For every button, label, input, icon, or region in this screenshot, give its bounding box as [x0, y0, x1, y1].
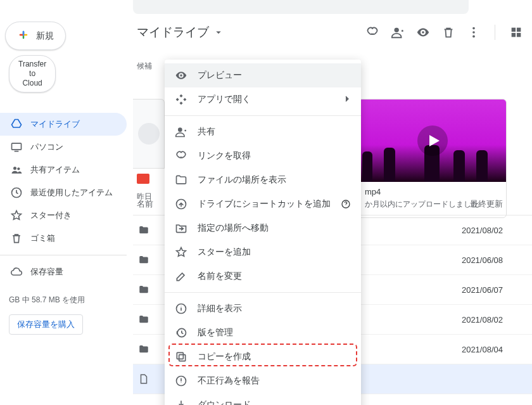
context-menu: プレビュー アプリで開く 共有 リンクを取得 ファイルの場所を表示 ドライブにシ… — [165, 60, 361, 405]
file-icon — [137, 373, 151, 385]
buy-storage-button[interactable]: 保存容量を購入 — [9, 314, 83, 335]
move-icon — [175, 222, 187, 235]
sidebar-item-storage[interactable]: 保存容量 — [0, 260, 127, 283]
preview-icon[interactable] — [416, 25, 430, 39]
shortcut-icon — [175, 198, 187, 210]
trash-icon — [10, 232, 23, 245]
plus-icon — [17, 29, 30, 43]
sidebar-item-my-drive[interactable]: マイドライブ — [0, 113, 127, 136]
grid-view-icon[interactable] — [509, 25, 523, 39]
menu-get-link[interactable]: リンクを取得 — [165, 144, 361, 168]
play-icon[interactable] — [417, 125, 448, 157]
chevron-right-icon — [342, 94, 352, 106]
transfer-to-cloud-button[interactable]: Transfer to Cloud — [9, 55, 56, 93]
folder-icon — [137, 314, 151, 325]
new-button[interactable]: 新規 — [5, 22, 66, 50]
menu-preview[interactable]: プレビュー — [165, 63, 361, 87]
rename-icon — [175, 270, 187, 283]
sidebar-item-trash[interactable]: ゴミ箱 — [0, 227, 127, 250]
menu-open-with[interactable]: アプリで開く — [165, 87, 361, 112]
folder-icon — [137, 254, 151, 266]
menu-add-star[interactable]: スターを追加 — [165, 240, 361, 264]
person-add-icon — [175, 125, 187, 138]
star-outline-icon — [175, 246, 187, 259]
folder-icon — [137, 224, 151, 236]
history-icon — [175, 326, 187, 339]
separator — [495, 25, 495, 40]
star-icon — [10, 209, 23, 222]
video-file-name: mp4 — [365, 187, 500, 196]
sidebar-item-recent[interactable]: 最近使用したアイテム — [0, 181, 127, 204]
suggestion-card-video[interactable]: mp4 か月以内にアップロードしました — [358, 99, 507, 218]
card-date: 昨日 — [137, 191, 161, 202]
new-button-label: 新規 — [36, 30, 54, 42]
folder-icon — [137, 344, 151, 355]
suggestion-card-left[interactable]: 昨日 — [133, 99, 165, 207]
video-upload-info: か月以内にアップロードしました — [365, 199, 500, 210]
search-bar[interactable] — [133, 0, 469, 14]
menu-view-details[interactable]: 詳細を表示 — [165, 297, 361, 321]
menu-add-shortcut[interactable]: ドライブにショートカットを追加 — [165, 192, 361, 216]
sidebar-item-shared[interactable]: 共有アイテム — [0, 158, 127, 181]
copy-icon — [175, 350, 187, 363]
download-icon — [175, 399, 187, 405]
link-icon — [175, 150, 187, 162]
storage-usage: GB 中 58.7 MB を使用 — [0, 295, 127, 305]
warning-icon — [175, 375, 187, 387]
sidebar-item-starred[interactable]: スター付き — [0, 204, 127, 227]
share-icon[interactable] — [391, 25, 405, 39]
cloud-icon — [10, 266, 23, 278]
get-link-icon[interactable] — [365, 25, 379, 39]
dropdown-icon — [213, 27, 224, 38]
menu-download[interactable]: ダウンロード — [165, 393, 361, 405]
people-icon — [10, 164, 23, 176]
menu-share[interactable]: 共有 — [165, 120, 361, 144]
folder-icon — [137, 284, 151, 295]
help-icon[interactable] — [341, 199, 351, 209]
folder-outline-icon — [175, 174, 187, 186]
more-icon[interactable] — [467, 25, 481, 39]
open-with-icon — [175, 93, 187, 106]
menu-rename[interactable]: 名前を変更 — [165, 264, 361, 288]
clock-icon — [10, 186, 23, 199]
page-title[interactable]: マイドライブ — [137, 24, 224, 41]
eye-icon — [175, 69, 187, 82]
avatar-placeholder — [138, 123, 160, 145]
sidebar-item-computers[interactable]: パソコン — [0, 136, 127, 158]
image-icon — [137, 174, 149, 184]
delete-icon[interactable] — [441, 25, 455, 39]
info-icon — [175, 302, 187, 315]
sidebar: 新規 Transfer to Cloud マイドライブ パソコン 共有アイテム … — [0, 19, 127, 405]
sidebar-nav: マイドライブ パソコン 共有アイテム 最近使用したアイテム スター付き ゴミ箱 … — [0, 113, 127, 283]
video-thumbnail — [358, 100, 506, 182]
menu-make-copy[interactable]: コピーを作成 — [165, 345, 361, 369]
menu-move-to[interactable]: 指定の場所へ移動 — [165, 216, 361, 240]
computer-icon — [10, 141, 23, 153]
menu-manage-versions[interactable]: 版を管理 — [165, 321, 361, 345]
menu-show-location[interactable]: ファイルの場所を表示 — [165, 168, 361, 192]
menu-report-abuse[interactable]: 不正行為を報告 — [165, 369, 361, 393]
separator — [0, 255, 127, 255]
toolbar — [365, 25, 523, 40]
drive-icon — [10, 118, 23, 131]
